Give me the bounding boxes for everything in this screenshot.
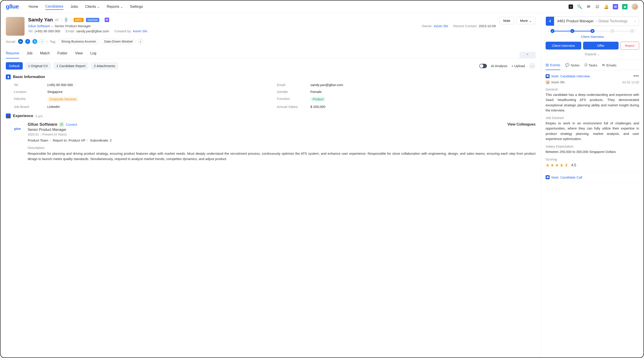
collapse-button[interactable]: ⌃ — [520, 52, 536, 58]
current-badge: Current — [66, 123, 77, 126]
candidate-avatar — [6, 17, 24, 36]
nav-home[interactable]: Home — [28, 3, 38, 10]
step-prev-arrow[interactable]: 〈 — [546, 29, 550, 33]
step-dot[interactable] — [630, 29, 634, 33]
user-avatar[interactable] — [632, 3, 638, 10]
nav-reports[interactable]: Reports — [107, 3, 123, 10]
app-badge-icon[interactable]: ▣ — [622, 4, 628, 9]
note-icon: 💬 — [546, 175, 550, 179]
search-icon[interactable]: 🔍 — [577, 4, 582, 9]
separator: – — [51, 24, 53, 28]
star-icon: ★ — [550, 162, 554, 168]
description-label: Description — [28, 146, 536, 150]
created-by-link[interactable]: Kevin Shi — [133, 29, 147, 33]
reject-button[interactable]: Reject — [620, 42, 639, 49]
emails-icon: ✉ — [602, 63, 605, 67]
owner-label: Owner: — [422, 24, 432, 28]
link-icon[interactable]: 🔗 — [63, 17, 69, 23]
ai-analysis-label: AI Analysis — [491, 64, 507, 68]
owner-link[interactable]: Kevin Shi — [434, 24, 448, 28]
add-tag-button[interactable]: + — [138, 39, 143, 44]
info-value: Product — [310, 97, 536, 102]
side-tab-events[interactable]: ▤Events — [546, 63, 560, 70]
event-more-button[interactable]: ••• — [634, 74, 639, 78]
offer-button[interactable]: Offer — [583, 42, 619, 49]
nav-clients[interactable]: Clients — [85, 3, 100, 10]
separator: | — [102, 18, 102, 22]
exp-role: Senior Product Manager — [28, 128, 536, 132]
info-value: Female — [310, 90, 536, 94]
tab-job[interactable]: Job — [27, 49, 32, 58]
info-label: Email — [277, 83, 306, 87]
add-icon[interactable]: + — [568, 4, 573, 9]
calendar-check-icon[interactable]: ☑ — [595, 4, 600, 9]
company-link[interactable]: Gllue Software — [28, 24, 50, 28]
view-colleagues-link[interactable]: View Colleagues — [508, 122, 536, 126]
expand-button[interactable]: Expand — [546, 52, 639, 56]
step-dot-current[interactable]: 3 — [590, 29, 594, 33]
candidate-id: #3 — [55, 18, 59, 22]
chevron-down-icon[interactable] — [632, 17, 639, 26]
facebook-icon[interactable]: f — [25, 39, 30, 44]
info-icon[interactable]: i — [60, 122, 64, 126]
info-value: LinkedIn — [47, 105, 272, 109]
exp-report: Report to: Product VP — [53, 138, 86, 142]
star-half-icon: ⯨ — [564, 163, 569, 168]
tag-chip[interactable]: Strong Business Acumen — [58, 39, 99, 44]
step-label: Client Interview — [546, 35, 639, 38]
event-title: Note: Candidate Call — [552, 175, 582, 179]
event-section-title: General — [546, 87, 639, 91]
m-badge-icon[interactable]: M — [613, 4, 618, 9]
tab-resume[interactable]: Resume — [6, 49, 19, 58]
bell-icon[interactable]: 🔔 — [604, 4, 609, 9]
job-company: Global Technology — [598, 19, 628, 23]
note-button[interactable]: Note — [500, 17, 514, 24]
nav-settings[interactable]: Settings — [130, 3, 143, 10]
ai-analysis-toggle[interactable] — [479, 64, 487, 68]
side-tab-notes[interactable]: 💬Notes — [565, 63, 580, 70]
client-interview-button[interactable]: Client Interview — [546, 42, 581, 49]
upload-button[interactable]: +Upload — [512, 64, 525, 68]
mail-icon[interactable]: ✉ — [586, 4, 591, 9]
step-dot[interactable] — [550, 29, 554, 33]
section-title: Basic Information — [13, 75, 45, 79]
star-icon: ★ — [546, 162, 550, 168]
job-selector[interactable]: 4 #461 Product Manager – Global Technolo… — [546, 16, 639, 26]
note-icon: 💬 — [546, 74, 550, 78]
exp-subordinate: Subordinate: 2 — [90, 138, 112, 142]
tab-view[interactable]: View — [75, 49, 82, 58]
chip-candidate-report[interactable]: 1 Candidate Report — [53, 62, 88, 69]
more-options-button[interactable]: ⋯ — [529, 63, 536, 69]
step-dot[interactable] — [610, 29, 614, 33]
add-social-icon[interactable]: + — [40, 39, 44, 44]
more-button[interactable]: More — [516, 17, 536, 24]
tab-match[interactable]: Match — [40, 49, 50, 58]
events-icon: ▤ — [546, 63, 549, 67]
event-section-title: Salary Expectation — [546, 144, 639, 148]
tab-folder[interactable]: Foldor — [57, 49, 68, 58]
recent-contact-value: 2023-10-09 — [479, 24, 496, 28]
info-value: sandy.yan@gllue.com — [310, 83, 536, 87]
tel-value: (+65) 90 000 000 — [34, 29, 60, 33]
exp-meta: 2020.01 – Present (4 Years) — [28, 133, 536, 136]
chip-attachments[interactable]: 2 Attachments — [91, 62, 118, 69]
social-label: Social: — [6, 40, 16, 43]
tag-chip[interactable]: Data-Driven Mindset — [101, 39, 136, 44]
side-tab-tasks[interactable]: ☑Tasks — [584, 63, 597, 70]
company-logo: gllue — [11, 122, 24, 135]
event-section-title: Job Desired — [546, 116, 639, 120]
step-next-arrow[interactable]: 〉 — [634, 29, 639, 33]
nav-jobs[interactable]: Jobs — [70, 3, 78, 10]
chip-default[interactable]: Default — [6, 62, 23, 69]
side-tab-emails[interactable]: ✉Emails — [602, 63, 616, 70]
tab-log[interactable]: Log — [90, 49, 96, 58]
logo[interactable]: gllue — [6, 3, 19, 10]
nav-candidates[interactable]: Candidates — [45, 3, 63, 10]
tel-label: Tel: — [28, 29, 33, 33]
chip-original-cv[interactable]: 1 Original CV — [25, 62, 51, 69]
linkedin-icon[interactable]: in — [18, 39, 23, 44]
experience-duration: 5 yrs — [36, 114, 43, 118]
email-value: sandy.yan@gllue.com — [76, 29, 109, 33]
step-dot[interactable] — [570, 29, 574, 33]
twitter-icon[interactable]: 𝕏 — [32, 39, 37, 44]
